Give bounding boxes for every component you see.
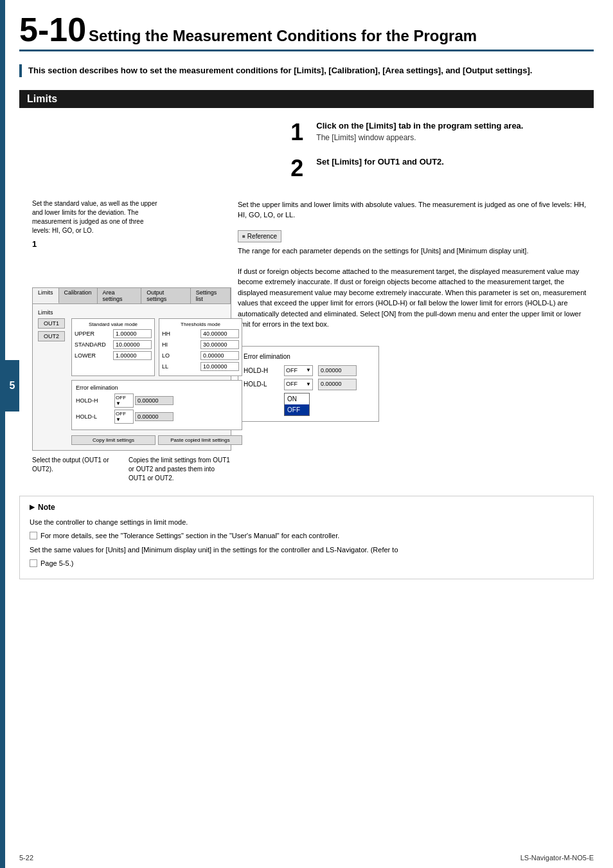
hh-input[interactable]: 40.00000 — [200, 329, 239, 338]
number-badge-1: 1 — [32, 239, 238, 249]
step-1-content: Click on the [Limits] tab in the program… — [316, 121, 594, 144]
paste-limit-settings-button[interactable]: Paste copied limit settings — [158, 435, 242, 445]
lower-input[interactable]: 1.00000 — [113, 351, 152, 360]
lo-input[interactable]: 0.00000 — [200, 351, 239, 360]
two-col-group: Standard value mode UPPER 1.00000 STANDA… — [71, 318, 242, 376]
error-hold-h-input[interactable]: 0.00000 — [318, 365, 357, 377]
hi-input[interactable]: 30.00000 — [200, 340, 239, 349]
note-checkbox-2 — [30, 559, 37, 567]
steps-row: 1 Click on the [Limits] tab in the progr… — [19, 121, 594, 193]
hi-row: HI 30.00000 — [162, 340, 239, 349]
note-item-2: For more details, see the "Tolerance Set… — [30, 530, 583, 542]
diagram-area: Set the standard value, as well as the u… — [19, 199, 594, 483]
diagram-left: Set the standard value, as well as the u… — [19, 199, 238, 483]
hold-h-select-wrapper: OFF ▼ 0.00000 — [114, 393, 173, 408]
bottom-annotations: Select the output (OUT1 or OUT2). Copies… — [32, 456, 238, 483]
step-1-desc: The [Limits] window appears. — [316, 133, 594, 142]
limits-label: Limits — [38, 309, 226, 316]
error-hold-l-select[interactable]: OFF ▼ — [284, 379, 313, 390]
note-checkbox-1 — [30, 532, 37, 539]
error-hold-l-input[interactable]: 0.00000 — [318, 379, 357, 390]
lower-row: LOWER 1.00000 — [75, 351, 152, 360]
ll-input[interactable]: 10.00000 — [200, 362, 239, 371]
upper-label: UPPER — [75, 330, 113, 337]
ui-buttons-row: Copy limit settings Paste copied limit s… — [71, 435, 242, 445]
step-1: 1 Click on the [Limits] tab in the progr… — [290, 121, 594, 144]
title-number: 5-10 — [19, 13, 86, 46]
section-header-limits: Limits — [19, 90, 594, 108]
hold-l-label: HOLD-L — [76, 413, 114, 420]
note-item-3: Set the same values for [Units] and [Min… — [30, 545, 583, 556]
dropdown-on-off[interactable]: ON OFF — [284, 393, 310, 416]
ui-out-buttons: OUT1 OUT2 — [38, 318, 65, 440]
steps-right: 1 Click on the [Limits] tab in the progr… — [290, 121, 594, 193]
hold-l-input[interactable]: 0.00000 — [135, 412, 173, 421]
error-hold-h-select[interactable]: OFF ▼ — [284, 365, 313, 377]
page-container: 5 5-10 Setting the Measurement Condition… — [0, 0, 613, 868]
lo-label: LO — [162, 352, 200, 359]
lower-label: LOWER — [75, 352, 113, 359]
annotation-top-left: Set the standard value, as well as the u… — [32, 199, 161, 235]
thresholds-mode: Thresholds mode HH 40.00000 HI 30.00000 — [159, 318, 242, 376]
ll-row: LL 10.00000 — [162, 362, 239, 371]
hold-h-label: HOLD-H — [76, 397, 114, 404]
reference-block: Reference The range for each parameter d… — [238, 230, 594, 257]
step-2: 2 Set [Limits] for OUT1 and OUT2. — [290, 157, 594, 180]
note-item-1: Use the controller to change settings in… — [30, 517, 583, 529]
tab-limits[interactable]: Limits — [33, 288, 59, 303]
tab-calibration[interactable]: Calibration — [59, 288, 98, 303]
out1-button[interactable]: OUT1 — [38, 318, 65, 329]
hold-h-row: HOLD-H OFF ▼ 0.00000 — [76, 393, 238, 408]
left-bar — [0, 0, 5, 868]
step-2-content: Set [Limits] for OUT1 and OUT2. — [316, 157, 594, 180]
ll-label: LL — [162, 363, 200, 370]
tab-settings-list[interactable]: Settings list — [191, 288, 231, 303]
mode-groups: Standard value mode UPPER 1.00000 STANDA… — [71, 318, 242, 445]
hold-l-select-wrapper: OFF ▼ 0.00000 — [114, 410, 173, 424]
step-2-title: Set [Limits] for OUT1 and OUT2. — [316, 157, 594, 167]
hold-l-row: HOLD-L OFF ▼ 0.00000 — [76, 410, 238, 424]
ui-body: Limits OUT1 OUT2 — [33, 304, 231, 450]
error-elimination-title: Error elimination — [76, 384, 238, 391]
out2-button[interactable]: OUT2 — [38, 331, 65, 341]
note-item-4: Page 5-5.) — [30, 558, 583, 570]
hold-h-select[interactable]: OFF ▼ — [114, 393, 134, 408]
standard-input[interactable]: 10.00000 — [113, 340, 152, 349]
note-content: Use the controller to change settings in… — [30, 517, 583, 570]
dropdown-option-off[interactable]: OFF — [285, 404, 309, 415]
hh-label: HH — [162, 330, 200, 337]
ui-window: Limits Calibration Area settings Output … — [32, 287, 231, 451]
doc-number: LS-Navigator-M-NO5-E — [520, 854, 594, 862]
error-hold-h-label: HOLD-H — [244, 366, 279, 375]
hh-row: HH 40.00000 — [162, 329, 239, 338]
upper-input[interactable]: 1.00000 — [113, 329, 152, 338]
note-box: Note Use the controller to change settin… — [19, 496, 594, 579]
reference-text: The range for each parameter depends on … — [238, 246, 594, 257]
bottom-left-annotation-1: Select the output (OUT1 or OUT2). — [32, 456, 116, 483]
error-hold-l-label: HOLD-L — [244, 379, 279, 389]
chapter-side-label: 5 — [5, 360, 19, 411]
error-elim-box-title: Error elimination — [244, 352, 373, 361]
standard-label: STANDARD — [75, 341, 113, 348]
title-text: Setting the Measurement Conditions for t… — [89, 27, 477, 45]
dropdown-option-on[interactable]: ON — [285, 393, 309, 404]
ui-main-row: OUT1 OUT2 Standard value mode — [38, 318, 226, 445]
ui-tabs[interactable]: Limits Calibration Area settings Output … — [33, 288, 231, 304]
tab-area-settings[interactable]: Area settings — [98, 288, 142, 303]
diagram-right: Set the upper limits and lower limits wi… — [238, 199, 594, 483]
annotation-right-top: Set the upper limits and lower limits wi… — [238, 199, 594, 221]
bottom-left-annotation-2: Copies the limit settings from OUT1 or O… — [129, 456, 231, 483]
page-number: 5-22 — [19, 854, 33, 862]
hold-l-select[interactable]: OFF ▼ — [114, 410, 134, 424]
standard-row: STANDARD 10.00000 — [75, 340, 152, 349]
thresholds-title: Thresholds mode — [162, 321, 239, 327]
right-annotations: Set the upper limits and lower limits wi… — [238, 199, 594, 422]
error-elim-hold-l: HOLD-L OFF ▼ 0.00000 — [244, 379, 373, 390]
annotation-right-bottom: If dust or foreign objects become attach… — [238, 266, 594, 330]
hi-label: HI — [162, 341, 200, 348]
title-section: 5-10 Setting the Measurement Conditions … — [19, 13, 594, 51]
standard-value-title: Standard value mode — [75, 321, 152, 327]
hold-h-input[interactable]: 0.00000 — [135, 396, 173, 405]
copy-limit-settings-button[interactable]: Copy limit settings — [71, 435, 155, 445]
tab-output-settings[interactable]: Output settings — [141, 288, 191, 303]
